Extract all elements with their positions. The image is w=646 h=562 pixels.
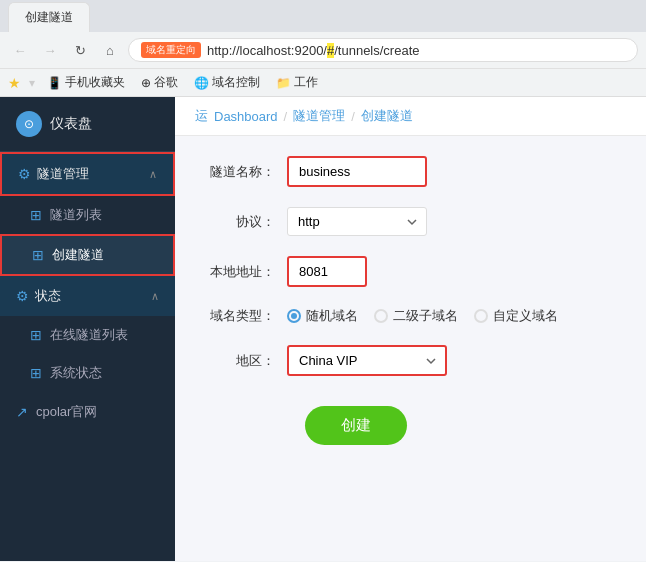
radio-subdomain-dot: [374, 309, 388, 323]
create-btn-row: 创建: [205, 396, 616, 445]
address-bar[interactable]: 域名重定向 http://localhost:9200/#/tunnels/cr…: [128, 38, 638, 62]
sidebar-tunnel-mgmt-label: 隧道管理: [37, 165, 143, 183]
radio-random-domain[interactable]: 随机域名: [287, 307, 358, 325]
sidebar-status-header[interactable]: ⚙ 状态 ∧: [0, 276, 175, 316]
radio-custom-label: 自定义域名: [493, 307, 558, 325]
sidebar-status-label: 状态: [35, 287, 145, 305]
cpolar-icon: ↗: [16, 404, 28, 420]
radio-subdomain-label: 二级子域名: [393, 307, 458, 325]
domain-type-radio-group: 随机域名 二级子域名 自定义域名: [287, 307, 558, 325]
status-icon: ⚙: [16, 288, 29, 304]
protocol-row: 协议： http https tcp udp: [205, 207, 616, 236]
system-status-icon: ⊞: [30, 365, 42, 381]
radio-custom-domain[interactable]: 自定义域名: [474, 307, 558, 325]
sidebar-cpolar-label: cpolar官网: [36, 403, 97, 421]
tunnel-name-label: 隧道名称：: [205, 163, 275, 181]
region-select[interactable]: China VIP China US: [287, 345, 447, 376]
tunnel-mgmt-icon: ⚙: [18, 166, 31, 182]
sidebar-tunnel-mgmt-header[interactable]: ⚙ 隧道管理 ∧: [0, 152, 175, 196]
region-row: 地区： China VIP China US: [205, 345, 616, 376]
form-container: 隧道名称： 协议： http https tcp udp 本地地址：: [175, 136, 646, 485]
domain-type-label: 域名类型：: [205, 307, 275, 325]
breadcrumb-sep2: /: [351, 109, 355, 124]
breadcrumb: 运 Dashboard / 隧道管理 / 创建隧道: [175, 97, 646, 136]
status-chevron: ∧: [151, 290, 159, 303]
bookmarks-bar: ★ ▾ 📱 手机收藏夹 ⊕ 谷歌 🌐 域名控制 📁 工作: [0, 68, 646, 96]
sidebar-system-status[interactable]: ⊞ 系统状态: [0, 354, 175, 392]
refresh-button[interactable]: ↻: [68, 38, 92, 62]
breadcrumb-mgmt[interactable]: 隧道管理: [293, 107, 345, 125]
tunnel-list-icon: ⊞: [30, 207, 42, 223]
tunnel-name-input[interactable]: [287, 156, 427, 187]
region-label: 地区：: [205, 352, 275, 370]
logo-icon: ⊙: [16, 111, 42, 137]
bookmarks-star-icon: ★: [8, 75, 21, 91]
radio-custom-dot: [474, 309, 488, 323]
bookmark-google[interactable]: ⊕ 谷歌: [137, 72, 182, 93]
local-addr-label: 本地地址：: [205, 263, 275, 281]
radio-random-dot: [287, 309, 301, 323]
online-tunnels-icon: ⊞: [30, 327, 42, 343]
radio-subdomain[interactable]: 二级子域名: [374, 307, 458, 325]
breadcrumb-current: 创建隧道: [361, 107, 413, 125]
address-url: http://localhost:9200/#/tunnels/create: [207, 43, 625, 58]
breadcrumb-dashboard[interactable]: Dashboard: [214, 109, 278, 124]
sidebar-tunnel-list-label: 隧道列表: [50, 206, 102, 224]
redirect-badge: 域名重定向: [141, 42, 201, 58]
browser-tab-active[interactable]: 创建隧道: [8, 2, 90, 32]
sidebar-system-status-label: 系统状态: [50, 364, 102, 382]
tunnel-mgmt-chevron: ∧: [149, 168, 157, 181]
protocol-label: 协议：: [205, 213, 275, 231]
sidebar-create-tunnel-label: 创建隧道: [52, 246, 104, 264]
create-tunnel-icon: ⊞: [32, 247, 44, 263]
breadcrumb-home[interactable]: 运: [195, 107, 208, 125]
sidebar-online-tunnels-label: 在线隧道列表: [50, 326, 128, 344]
protocol-select[interactable]: http https tcp udp: [287, 207, 427, 236]
bookmark-sep-1: ▾: [29, 76, 35, 90]
sidebar-cpolar[interactable]: ↗ cpolar官网: [0, 392, 175, 432]
create-button[interactable]: 创建: [305, 406, 407, 445]
browser-toolbar: ← → ↻ ⌂ 域名重定向 http://localhost:9200/#/tu…: [0, 32, 646, 68]
bookmark-domain[interactable]: 🌐 域名控制: [190, 72, 264, 93]
breadcrumb-sep1: /: [284, 109, 288, 124]
app-container: ⊙ 仪表盘 ⚙ 隧道管理 ∧ ⊞ 隧道列表 ⊞ 创建隧道 ⚙ 状态 ∧ ⊞ 在线…: [0, 97, 646, 561]
main-content: 运 Dashboard / 隧道管理 / 创建隧道 隧道名称： 协议： http…: [175, 97, 646, 561]
sidebar-logo: ⊙ 仪表盘: [0, 97, 175, 152]
local-addr-input[interactable]: [287, 256, 367, 287]
local-addr-row: 本地地址：: [205, 256, 616, 287]
domain-type-row: 域名类型： 随机域名 二级子域名 自定义域名: [205, 307, 616, 325]
browser-chrome: 创建隧道 ← → ↻ ⌂ 域名重定向 http://localhost:9200…: [0, 0, 646, 97]
sidebar: ⊙ 仪表盘 ⚙ 隧道管理 ∧ ⊞ 隧道列表 ⊞ 创建隧道 ⚙ 状态 ∧ ⊞ 在线…: [0, 97, 175, 561]
sidebar-online-tunnels[interactable]: ⊞ 在线隧道列表: [0, 316, 175, 354]
back-button[interactable]: ←: [8, 38, 32, 62]
bookmark-work[interactable]: 📁 工作: [272, 72, 322, 93]
home-button[interactable]: ⌂: [98, 38, 122, 62]
radio-random-label: 随机域名: [306, 307, 358, 325]
forward-button[interactable]: →: [38, 38, 62, 62]
sidebar-logo-label: 仪表盘: [50, 115, 92, 133]
sidebar-tunnel-list[interactable]: ⊞ 隧道列表: [0, 196, 175, 234]
sidebar-create-tunnel[interactable]: ⊞ 创建隧道: [0, 234, 175, 276]
bookmark-mobile[interactable]: 📱 手机收藏夹: [43, 72, 129, 93]
browser-tabs: 创建隧道: [0, 0, 646, 32]
tunnel-name-row: 隧道名称：: [205, 156, 616, 187]
